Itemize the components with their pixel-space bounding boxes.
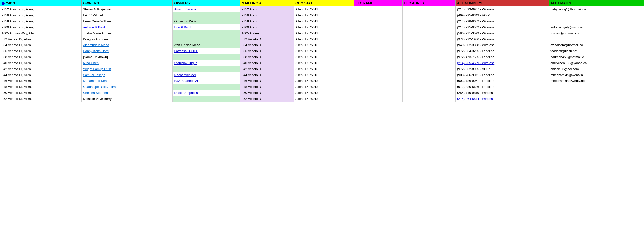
owner1-cell[interactable]: Chelsea Stephens bbox=[82, 90, 173, 96]
owner1-cell[interactable]: Samuel Joseph bbox=[82, 72, 173, 78]
mailing-cell: 834 Veneto D bbox=[240, 42, 294, 48]
column-header-8: ALL EMAILS bbox=[549, 0, 644, 7]
owner1-cell[interactable]: Wright Family Trust bbox=[82, 66, 173, 72]
llcaddr-cell bbox=[403, 66, 456, 72]
address-cell: 2352 Arezzo Ln, Allen, bbox=[0, 7, 82, 13]
llcaddr-cell bbox=[403, 54, 456, 60]
owner2-cell[interactable]: Stanislav Trigub bbox=[173, 60, 240, 66]
emails-cell: mnechamkin@webtv.net bbox=[549, 78, 644, 84]
numbers-cell: (214) 998-6052 - Wireless bbox=[456, 18, 548, 24]
owner1-cell[interactable]: Danny Keith Domi bbox=[82, 48, 173, 54]
emails-cell bbox=[549, 96, 644, 102]
header-label-3: MAILLING A bbox=[242, 1, 262, 5]
mailing-cell: 832 Veneto D bbox=[240, 36, 294, 42]
owner2-cell bbox=[173, 84, 240, 90]
mailing-cell: 846 Veneto D bbox=[240, 78, 294, 84]
llcname-cell bbox=[354, 72, 403, 78]
mailing-cell: 836 Veneto D bbox=[240, 48, 294, 54]
owner1-cell[interactable]: Mohammed Khale bbox=[82, 78, 173, 84]
numbers-cell: (949) 302-3838 - Wireless bbox=[456, 42, 548, 48]
owner1-cell: Erma Gene William bbox=[82, 18, 173, 24]
owner2-cell[interactable]: Kazi Shaheda Al bbox=[173, 78, 240, 84]
column-header-1: OWNER 1 bbox=[82, 0, 173, 7]
address-cell: 1005 Audrey Way, Alle bbox=[0, 30, 82, 36]
emails-cell bbox=[549, 13, 644, 18]
header-label-8: ALL EMAILS bbox=[550, 1, 571, 5]
llcname-cell bbox=[354, 18, 403, 24]
owner2-cell bbox=[173, 96, 240, 102]
address-cell: 848 Veneto Dr, Allen, bbox=[0, 84, 82, 90]
mailing-cell: 2358 Arezzo bbox=[240, 18, 294, 24]
address-cell: 850 Veneto Dr, Allen, bbox=[0, 90, 82, 96]
mailing-cell: 838 Veneto D bbox=[240, 54, 294, 60]
citystate-cell: Allen, TX 75013 bbox=[294, 13, 354, 18]
llcname-cell bbox=[354, 42, 403, 48]
emails-cell: emilychen_33@yahoo.ca bbox=[549, 60, 644, 66]
main-table: 75013OWNER 1OWNER 2MAILLING ACITY STATEL… bbox=[0, 0, 644, 102]
header-label-5: LLC NAME bbox=[356, 1, 374, 5]
owner2-cell: Aziz Unnisa Moha bbox=[173, 42, 240, 48]
owner1-cell[interactable]: Ming Chen bbox=[82, 60, 173, 66]
column-header-3: MAILLING A bbox=[240, 0, 294, 7]
mailing-cell: 852 Veneto D bbox=[240, 96, 294, 102]
table-row: 844 Veneto Dr, Allen,Samuel JosephNecham… bbox=[0, 72, 644, 78]
numbers-cell: (972) 473-7535 - Landline bbox=[456, 54, 548, 60]
table-row: 846 Veneto Dr, Allen,Mohammed KhaleKazi … bbox=[0, 78, 644, 84]
numbers-cell: (214) 893-0907 - Wireless bbox=[456, 7, 548, 13]
numbers-cell: (254) 749-9819 - Wireless bbox=[456, 90, 548, 96]
owner1-cell[interactable]: Antoine R Byrd bbox=[82, 24, 173, 30]
owner1-cell: [Name Unknown] bbox=[82, 54, 173, 60]
mailing-cell: 2360 Arezzo bbox=[240, 24, 294, 30]
owner1-cell[interactable]: Aleemuddin Moha bbox=[82, 42, 173, 48]
column-header-4: CITY STATE bbox=[294, 0, 354, 7]
address-cell: 838 Veneto Dr, Allen, bbox=[0, 54, 82, 60]
citystate-cell: Allen, TX 75013 bbox=[294, 90, 354, 96]
owner2-cell bbox=[173, 66, 240, 72]
llcaddr-cell bbox=[403, 13, 456, 18]
emails-cell: trishaw@hotmail.com bbox=[549, 30, 644, 36]
table-row: 1005 Audrey Way, AlleTrisha Marie Archey… bbox=[0, 30, 644, 36]
citystate-cell: Allen, TX 75013 bbox=[294, 30, 354, 36]
numbers-cell[interactable]: (214) 235-4589 - Wireless bbox=[456, 60, 548, 66]
emails-cell bbox=[549, 90, 644, 96]
address-cell: 846 Veneto Dr, Allen, bbox=[0, 78, 82, 84]
emails-cell: anicole93@aol.com bbox=[549, 66, 644, 72]
header-label-0: 75013 bbox=[5, 1, 15, 5]
numbers-cell: (903) 786-9071 - Landline bbox=[456, 78, 548, 84]
citystate-cell: Allen, TX 75013 bbox=[294, 36, 354, 42]
owner1-cell[interactable]: Guadalupe Billie Andrade bbox=[82, 84, 173, 90]
table-row: 852 Veneto Dr, Allen,Michelle Veve Berry… bbox=[0, 96, 644, 102]
citystate-cell: Allen, TX 75013 bbox=[294, 78, 354, 84]
llcaddr-cell bbox=[403, 24, 456, 30]
owner2-cell[interactable]: Amy E Krajews bbox=[173, 7, 240, 13]
mailing-cell: 840 Veneto D bbox=[240, 60, 294, 66]
owner2-cell[interactable]: Dustin Stephens bbox=[173, 90, 240, 96]
mailing-cell: 1005 Audrey bbox=[240, 30, 294, 36]
llcname-cell bbox=[354, 7, 403, 13]
llcaddr-cell bbox=[403, 96, 456, 102]
numbers-cell: (214) 725-9502 - Wireless bbox=[456, 24, 548, 30]
header-label-1: OWNER 1 bbox=[83, 1, 99, 5]
owner2-cell bbox=[173, 54, 240, 60]
llcname-cell bbox=[354, 96, 403, 102]
llcaddr-cell bbox=[403, 60, 456, 66]
emails-cell bbox=[549, 18, 644, 24]
emails-cell: azizaleem@hotmail.co bbox=[549, 42, 644, 48]
owner2-cell[interactable]: NechamkinMeli bbox=[173, 72, 240, 78]
llcaddr-cell bbox=[403, 42, 456, 48]
llcname-cell bbox=[354, 48, 403, 54]
header-label-6: LLC ADRES bbox=[404, 1, 424, 5]
numbers-cell[interactable]: (214) 864-5544 - Wireless bbox=[456, 96, 548, 102]
emails-cell: babypeling1@hotmail.com bbox=[549, 7, 644, 13]
llcaddr-cell bbox=[403, 7, 456, 13]
numbers-cell: (580) 931-3599 - Wireless bbox=[456, 30, 548, 36]
address-cell: 852 Veneto Dr, Allen, bbox=[0, 96, 82, 102]
column-header-0: 75013 bbox=[0, 0, 82, 7]
llcname-cell bbox=[354, 78, 403, 84]
owner2-cell[interactable]: Latressa D Hill D bbox=[173, 48, 240, 54]
llcname-cell bbox=[354, 84, 403, 90]
address-cell: 836 Veneto Dr, Allen, bbox=[0, 48, 82, 54]
owner2-cell[interactable]: Erin P Byrd bbox=[173, 24, 240, 30]
numbers-cell: (972) 332-8985 - VOIP bbox=[456, 66, 548, 72]
table-row: 2360 Arezzo Ln, Allen,Antoine R ByrdErin… bbox=[0, 24, 644, 30]
